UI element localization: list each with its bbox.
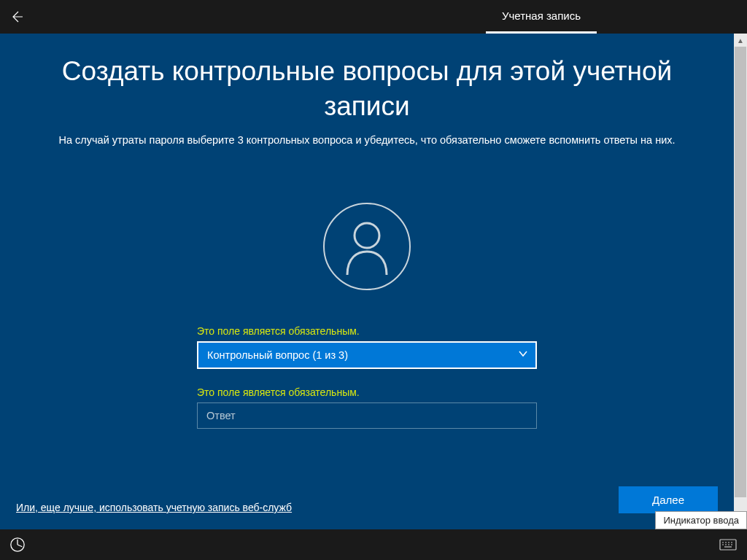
next-button[interactable]: Далее [619,486,718,513]
vertical-scrollbar[interactable]: ▲ ▼ [734,34,747,529]
use-online-account-link[interactable]: Или, еще лучше, использовать учетную зап… [16,502,292,513]
svg-point-0 [355,223,379,248]
security-question-select[interactable]: Контрольный вопрос (1 из 3) [197,341,537,369]
avatar-container [0,203,734,290]
validation-message-question: Это поле является обязательным. [197,325,537,337]
titlebar: Учетная запись [0,0,747,34]
answer-placeholder: Ответ [206,410,236,421]
footer-row: Или, еще лучше, использовать учетную зап… [16,486,718,513]
scroll-up-icon[interactable]: ▲ [734,34,747,47]
scroll-track[interactable] [734,47,747,516]
back-button[interactable] [0,0,34,34]
chevron-down-icon [518,349,528,362]
user-icon [341,218,392,275]
validation-message-answer: Это поле является обязательным. [197,386,537,398]
ime-indicator-tooltip: Индикатор ввода [655,511,747,529]
form: Это поле является обязательным. Контроль… [197,325,537,429]
on-screen-keyboard-button[interactable] [716,533,740,556]
page-subtitle: На случай утраты пароля выберите 3 контр… [0,134,734,146]
main-content: Создать контрольные вопросы для этой уче… [0,34,734,529]
keyboard-icon [719,539,737,551]
security-answer-input[interactable]: Ответ [197,402,537,429]
security-question-label: Контрольный вопрос (1 из 3) [207,349,348,361]
arrow-left-icon [9,9,24,24]
scroll-thumb[interactable] [735,47,746,497]
tab-account[interactable]: Учетная запись [486,0,597,34]
page-title: Создать контрольные вопросы для этой уче… [0,54,734,124]
avatar [323,203,411,290]
taskbar [0,529,747,560]
ease-of-access-icon [9,537,26,553]
ease-of-access-button[interactable] [7,534,28,555]
